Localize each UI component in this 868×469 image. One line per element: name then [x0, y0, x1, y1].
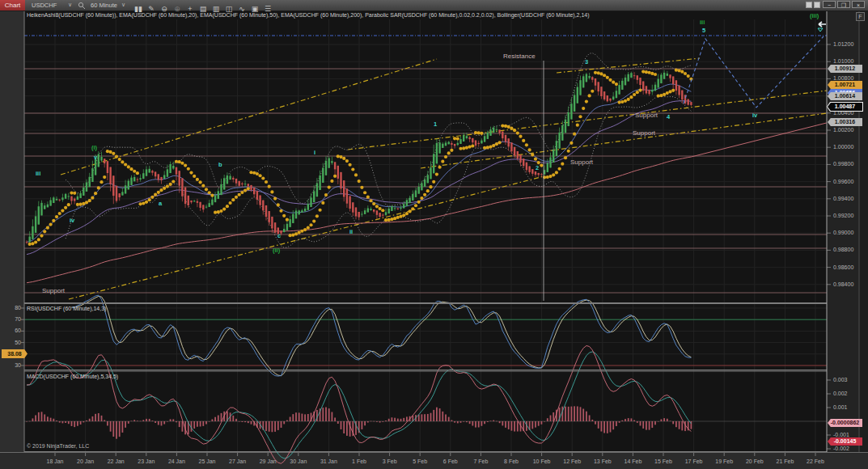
price-badge: 1.00912: [828, 65, 862, 73]
macd-badge: -0.00145: [828, 437, 862, 446]
wave-label-cyan: 1: [434, 120, 437, 128]
support-resistance-label: Support: [42, 287, 65, 294]
window-extra-button-2[interactable]: [814, 2, 820, 8]
date-tick-label: 7 Feb: [473, 458, 488, 464]
support-resistance-label: Support: [635, 112, 658, 119]
rsi-value-badge: 38.08: [2, 349, 28, 358]
date-tick-label: 25 Jan: [198, 458, 215, 464]
date-tick-label: 29 Jan: [260, 458, 277, 464]
current-price-badge: 1.00487: [827, 102, 863, 112]
wave-label-cyan: iv: [70, 217, 74, 224]
wave-label-cyan: c: [277, 232, 281, 239]
price-tick-label: 0.99000: [833, 230, 853, 236]
date-tick-label: 30 Jan: [290, 458, 307, 464]
rsi-tick-label: 80: [3, 305, 21, 311]
date-tick-label: 23 Jan: [138, 458, 155, 464]
wave-label-cyan: b: [218, 161, 222, 168]
rsi-tick-label: 70: [3, 316, 21, 323]
price-tick-label: 0.99600: [833, 179, 853, 185]
rsi-panel-label: RSI(USDCHF (60 Minute),14,3): [27, 306, 106, 311]
price-tick-label: 1.01000: [833, 58, 853, 65]
price-badge: 1.00316: [828, 118, 862, 126]
support-resistance-label: Support: [570, 158, 593, 166]
chart-tab[interactable]: Chart: [0, 0, 25, 11]
wave-label-green: (ii): [273, 247, 280, 254]
wave-label-cyan: 3: [585, 58, 588, 65]
date-tick-label: 24 Jan: [168, 458, 185, 464]
wave-label-cyan: i: [314, 149, 315, 156]
price-tick-label: 0.99400: [833, 196, 853, 202]
date-tick-label: 22 Jan: [108, 458, 125, 464]
close-button[interactable]: ×: [852, 1, 865, 8]
copyright-label: © 2019 NinjaTrader, LLC: [27, 443, 89, 449]
chart-canvas[interactable]: [0, 0, 868, 469]
price-tick-label: 0.98800: [833, 247, 853, 253]
rsi-tick-label: 60: [3, 327, 21, 334]
macd-tick-label: 0.001: [833, 404, 848, 411]
date-tick-label: 22 Feb: [807, 458, 824, 464]
date-tick-label: 20 Feb: [746, 458, 764, 464]
date-tick-label: 14 Feb: [624, 458, 641, 464]
indicator-summary-label: HeikenAshi8(USDCHF (60 Minute)), EMA(USD…: [27, 12, 590, 18]
interval-dropdown-chevron[interactable]: ∨: [121, 0, 125, 11]
date-tick-label: 27 Jan: [229, 458, 246, 464]
wave-label-cyan: ii: [349, 228, 353, 235]
price-tick-label: 0.99200: [833, 213, 853, 219]
date-tick-label: 12 Feb: [563, 458, 581, 464]
date-tick-label: 1 Feb: [352, 458, 366, 464]
ninjatrader-chart-window: Chart USDCHF ∨ 60 Minute ∨ ▮▮✎⊖⊕+▤▥◫∿▣☰ …: [0, 0, 868, 469]
date-tick-label: 20 Jan: [77, 458, 94, 464]
wave-label-cyan: a: [159, 200, 162, 207]
wave-label-green: iii: [700, 19, 705, 26]
rsi-tick-label: 30: [3, 362, 21, 369]
toolbar-icons: ▮▮✎⊖⊕+▤▥◫∿▣☰: [132, 0, 274, 11]
price-tick-label: 1.00000: [833, 144, 853, 150]
date-tick-label: 6 Feb: [443, 458, 458, 464]
current-price-value: 1.00487: [828, 103, 862, 111]
price-tick-label: 1.00200: [833, 127, 853, 133]
focus-button[interactable]: F: [856, 12, 865, 21]
macd-tick-label: -0.002: [833, 446, 849, 452]
price-tick-label: 1.01200: [833, 41, 853, 48]
wave-label-green: (i): [91, 144, 97, 151]
price-tick-label: 0.98600: [833, 264, 853, 271]
minimize-button[interactable]: −: [823, 1, 836, 8]
restore-button[interactable]: ❐: [837, 1, 850, 8]
macd-tick-label: 0.002: [833, 391, 848, 397]
interval-selector[interactable]: 60 Minute: [91, 0, 117, 11]
date-tick-label: 15 Feb: [654, 458, 672, 464]
wave-label-cyan: iii: [36, 170, 40, 177]
date-tick-label: 10 Feb: [533, 458, 551, 464]
rsi-tick-label: 50: [3, 340, 21, 346]
date-tick-label: 5 Feb: [413, 458, 427, 464]
macd-badge: -0.0000862: [828, 419, 862, 427]
price-badge: 1.00721: [828, 81, 862, 89]
support-resistance-label: Resistance: [503, 53, 536, 60]
price-tick-label: 0.98400: [833, 281, 853, 288]
wave-label-cyan: 2: [536, 164, 539, 171]
date-tick-label: 21 Feb: [776, 458, 794, 464]
wave-label-cyan: 4: [667, 113, 670, 120]
support-resistance-label: Support: [633, 129, 655, 137]
instrument-dropdown-chevron[interactable]: ∨: [68, 0, 72, 11]
date-tick-label: 8 Feb: [504, 458, 519, 464]
date-tick-label: 17 Feb: [685, 458, 703, 464]
date-tick-label: 18 Jan: [46, 458, 63, 464]
wave-label-cyan: v: [94, 154, 97, 161]
wave-label-cyan: iv: [752, 112, 757, 119]
window-extra-button-1[interactable]: [806, 2, 812, 8]
macd-tick-label: 0.003: [833, 377, 848, 383]
macd-panel-label: MACD(USDCHF (60 Minute),5,34,5): [27, 374, 118, 379]
arrow-drawing-icon: [815, 20, 829, 33]
wave-label-cyan: 5: [702, 27, 705, 34]
wave-label-green: (iii): [810, 12, 819, 19]
date-tick-label: 13 Feb: [594, 458, 612, 464]
search-icon[interactable]: [78, 2, 86, 10]
price-tick-label: 0.99800: [833, 161, 853, 167]
toolbar: Chart USDCHF ∨ 60 Minute ∨ ▮▮✎⊖⊕+▤▥◫∿▣☰ …: [0, 0, 868, 11]
date-tick-label: 19 Feb: [715, 458, 733, 464]
date-tick-label: 3 Feb: [383, 458, 397, 464]
instrument-selector[interactable]: USDCHF: [32, 0, 57, 11]
date-tick-label: 31 Jan: [320, 458, 337, 464]
macd-tick-label: -0.001: [833, 432, 849, 438]
